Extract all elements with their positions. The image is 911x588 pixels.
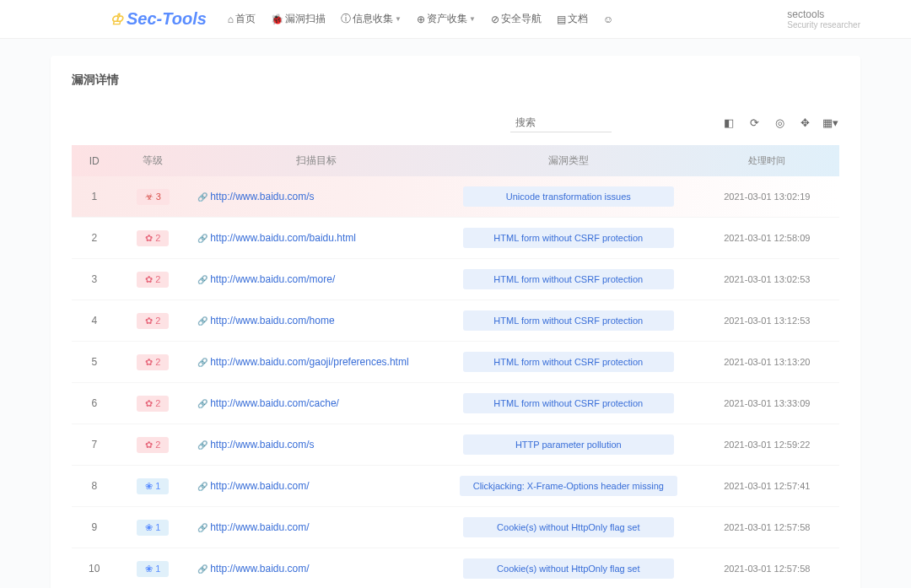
cell-id: 6 [72,383,117,424]
link-icon: 🔗 [197,316,208,326]
cell-time: 2021-03-01 13:02:53 [695,259,839,300]
target-link[interactable]: http://www.baidu.com/home [210,315,334,326]
nav-icon: ⊕ [417,13,425,25]
table-row[interactable]: 2✿ 2🔗http://www.baidu.com/baidu.htmlHTML… [72,218,839,259]
nav-item-2[interactable]: ⓘ 信息收集 ▼ [341,12,402,26]
table-row[interactable]: 5✿ 2🔗http://www.baidu.com/gaoji/preferen… [72,342,839,383]
link-icon: 🔗 [197,192,208,202]
cell-type: Cookie(s) without HttpOnly flag set [442,548,695,589]
toolbar: ◧ ⟳ ◎ ✥ ▦▾ [72,113,839,132]
cell-type: HTML form without CSRF protection [442,342,695,383]
logo[interactable]: ♔ Sec-Tools [110,9,207,29]
type-badge[interactable]: HTML form without CSRF protection [463,310,674,331]
cell-target: 🔗http://www.baidu.com/more/ [189,259,442,300]
cell-time: 2021-03-01 13:13:20 [695,342,839,383]
table-row[interactable]: 10❀ 1🔗http://www.baidu.com/Cookie(s) wit… [72,548,839,589]
severity-badge: ☣ 3 [137,189,170,205]
cell-severity: ❀ 1 [117,466,190,507]
cell-time: 2021-03-01 13:02:19 [695,176,839,218]
refresh-icon[interactable]: ⟳ [745,114,763,132]
table-row[interactable]: 7✿ 2🔗http://www.baidu.com/sHTTP paramete… [72,424,839,466]
vuln-table: ID 等级 扫描目标 漏洞类型 处理时间 1☣ 3🔗http://www.bai… [72,145,839,588]
link-icon: 🔗 [197,234,208,243]
cell-type: HTML form without CSRF protection [442,218,695,259]
nav-items: ⌂ 首页🐞 漏洞扫描ⓘ 信息收集 ▼⊕ 资产收集 ▼⊘ 安全导航▤ 文档☺ [228,12,787,26]
target-link[interactable]: http://www.baidu.com/ [210,563,309,575]
cell-time: 2021-03-01 12:59:22 [695,424,839,466]
nav-icon: 🐞 [271,13,283,25]
target-link[interactable]: http://www.baidu.com/gaoji/preferences.h… [210,356,408,368]
fullscreen-toggle-icon[interactable]: ◧ [720,114,738,132]
target-link[interactable]: http://www.baidu.com/baidu.html [210,232,356,244]
th-severity[interactable]: 等级 [117,145,190,176]
columns-icon[interactable]: ▦▾ [821,114,839,132]
cell-target: 🔗http://www.baidu.com/home [189,300,442,342]
table-row[interactable]: 4✿ 2🔗http://www.baidu.com/homeHTML form … [72,300,839,342]
type-badge[interactable]: HTML form without CSRF protection [463,352,674,372]
severity-badge: ❀ 1 [137,520,169,536]
cell-severity: ☣ 3 [117,176,190,218]
cell-target: 🔗http://www.baidu.com/baidu.html [189,218,442,259]
target-link[interactable]: http://www.baidu.com/s [210,439,314,450]
th-target[interactable]: 扫描目标 [189,145,442,176]
cell-id: 1 [72,176,117,218]
cell-target: 🔗http://www.baidu.com/ [189,548,442,589]
cell-time: 2021-03-01 12:58:09 [695,218,839,259]
table-row[interactable]: 6✿ 2🔗http://www.baidu.com/cache/HTML for… [72,383,839,424]
cell-id: 8 [72,466,117,507]
table-row[interactable]: 8❀ 1🔗http://www.baidu.com/Clickjacking: … [72,466,839,507]
cell-time: 2021-03-01 13:12:53 [695,300,839,342]
severity-badge: ✿ 2 [137,437,169,453]
type-badge[interactable]: Cookie(s) without HttpOnly flag set [463,517,674,537]
cell-type: HTML form without CSRF protection [442,300,695,342]
cell-severity: ✿ 2 [117,383,190,424]
cell-id: 10 [72,548,117,589]
table-row[interactable]: 3✿ 2🔗http://www.baidu.com/more/HTML form… [72,259,839,300]
search-input[interactable] [510,113,612,132]
type-badge[interactable]: Unicode transformation issues [463,186,674,207]
cell-target: 🔗http://www.baidu.com/s [189,424,442,466]
type-badge[interactable]: HTML form without CSRF protection [463,228,674,248]
nav-item-4[interactable]: ⊘ 安全导航 [491,12,542,26]
nav-item-0[interactable]: ⌂ 首页 [228,12,256,26]
user-subtitle: Security researcher [787,20,860,30]
target-link[interactable]: http://www.baidu.com/more/ [210,273,335,285]
brand-text: Sec-Tools [127,9,207,29]
link-icon: 🔗 [197,440,208,450]
cell-severity: ❀ 1 [117,548,190,589]
cell-type: Clickjacking: X-Frame-Options header mis… [442,466,695,507]
table-row[interactable]: 9❀ 1🔗http://www.baidu.com/Cookie(s) with… [72,507,839,548]
th-id[interactable]: ID [72,145,117,176]
target-link[interactable]: http://www.baidu.com/ [210,480,309,492]
nav-smile-icon[interactable]: ☺ [603,12,613,26]
move-icon[interactable]: ✥ [795,114,814,132]
cell-severity: ✿ 2 [117,424,190,466]
type-badge[interactable]: HTML form without CSRF protection [463,269,674,289]
link-icon: 🔗 [197,523,208,532]
type-badge[interactable]: Cookie(s) without HttpOnly flag set [463,558,674,579]
type-badge[interactable]: HTTP parameter pollution [463,434,674,455]
link-icon: 🔗 [197,275,208,284]
cell-id: 4 [72,300,117,342]
target-link[interactable]: http://www.baidu.com/cache/ [210,397,339,409]
user-info[interactable]: sectools Security researcher [787,8,860,30]
toggle-view-icon[interactable]: ◎ [770,114,789,132]
nav-icon: ⌂ [228,13,234,25]
cell-time: 2021-03-01 12:57:41 [695,466,839,507]
cell-id: 5 [72,342,117,383]
target-link[interactable]: http://www.baidu.com/s [210,191,314,202]
type-badge[interactable]: Clickjacking: X-Frame-Options header mis… [460,476,677,496]
severity-badge: ✿ 2 [137,313,169,329]
nav-item-1[interactable]: 🐞 漏洞扫描 [271,12,326,26]
target-link[interactable]: http://www.baidu.com/ [210,521,309,533]
th-time[interactable]: 处理时间 [695,145,839,176]
type-badge[interactable]: HTML form without CSRF protection [463,393,674,413]
cell-type: Cookie(s) without HttpOnly flag set [442,507,695,548]
cell-target: 🔗http://www.baidu.com/gaoji/preferences.… [189,342,442,383]
th-type[interactable]: 漏洞类型 [442,145,695,176]
table-row[interactable]: 1☣ 3🔗http://www.baidu.com/sUnicode trans… [72,176,839,218]
nav-item-3[interactable]: ⊕ 资产收集 ▼ [417,12,476,26]
page-title: 漏洞详情 [72,73,839,88]
nav-item-5[interactable]: ▤ 文档 [557,12,588,26]
cell-type: HTML form without CSRF protection [442,259,695,300]
